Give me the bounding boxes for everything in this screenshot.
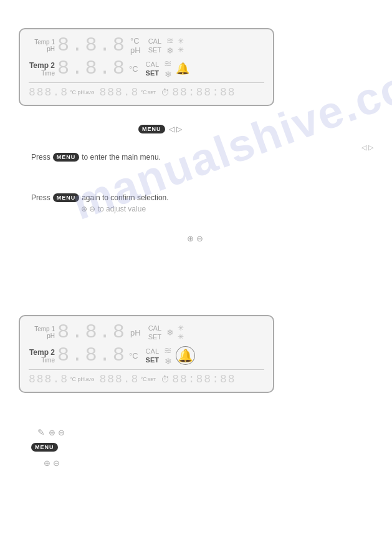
bottom-menu-row: MENU <box>31 443 58 452</box>
bottom-time-seg: 88:88:88 <box>172 373 236 385</box>
bottom-fan2-1: ✳ <box>178 332 184 341</box>
bottom-cal-set-col1: CAL SET <box>146 324 161 342</box>
bottom-avg-subscript: AVG <box>85 377 94 382</box>
temp2-unit: °C <box>129 64 138 74</box>
temp2-label: Temp 2 <box>29 61 55 70</box>
icons-col-2: ≋ ❄ <box>164 58 172 79</box>
clock-icon: ⏱ <box>161 87 170 97</box>
bottom-temp2-labels: Temp 2 Time <box>29 348 55 364</box>
top-display-panel: Temp 1 pH 8.8.8 °C pH CAL SET ≋ ❄ ✳ ✳ Te… <box>19 28 274 106</box>
enter-menu-text: to enter the main menu. <box>82 153 161 162</box>
bottom-temp2-unit: °C <box>129 351 138 361</box>
cpH-unit: °C pH <box>70 89 85 95</box>
panel-row-3: 888.8 °C pH AVG 888.8 °C SET ⏱ 88:88:88 <box>29 86 264 99</box>
fan2-icon-1: ✳ <box>178 46 184 54</box>
bell-icon-2: 🔔 <box>176 346 195 365</box>
c-unit2: °C <box>140 89 146 95</box>
bottom-display-panel: Temp 1 pH 8.8.8 pH CAL SET ❄ ✳ ✳ Temp 2 … <box>19 315 274 393</box>
bottom-fan-1: ✳ <box>178 324 184 332</box>
bottom-icons-col-2: ≋ ❄ <box>164 345 172 366</box>
bottom-cal-1: CAL <box>148 324 161 332</box>
bottom-set-1: SET <box>148 332 161 341</box>
time-seg: 88:88:88 <box>172 86 236 99</box>
panel-row-2: Temp 2 Time 8.8.8 °C CAL SET ≋ ❄ 🔔 <box>29 58 264 79</box>
menu-button-4[interactable]: MENU <box>31 443 58 452</box>
bottom-snowflake-2: ❄ <box>165 356 172 366</box>
temp2-seg-display: 8.8.8 <box>57 59 127 79</box>
bottom-cal-set-col2: CAL SET <box>143 347 159 365</box>
bottom-heat-2: ≋ <box>164 345 172 356</box>
bottom-extra-row: ✎ ⊕ ⊖ <box>37 427 65 437</box>
bottom-panel-row-1: Temp 1 pH 8.8.8 pH CAL SET ❄ ✳ ✳ <box>29 322 264 342</box>
menu-row-1: MENU ◁ ▷ <box>138 125 182 133</box>
right-arrows-top: ◁ ▷ <box>361 143 373 152</box>
bottom-set-2: SET <box>146 356 159 364</box>
instruction-block-2: Press MENU again to confirm selection. ⊕… <box>31 193 169 213</box>
menu-button-1[interactable]: MENU <box>138 125 165 133</box>
bottom-temp2-label: Temp 2 <box>29 348 55 357</box>
bottom-temp1-seg: 8.8.8 <box>57 322 127 342</box>
press-text-2: Press <box>31 193 50 202</box>
bottom-temp1-label: Temp 1 <box>29 326 55 332</box>
bottom-icons-col-2b: 🔔 <box>176 346 195 365</box>
fan-icon-1: ✳ <box>178 37 184 46</box>
bottom-panel-row-2: Temp 2 Time 8.8.8 °C CAL SET ≋ ❄ 🔔 <box>29 345 264 366</box>
panel-divider-bottom <box>29 369 264 370</box>
panel-row-1: Temp 1 pH 8.8.8 °C pH CAL SET ≋ ❄ ✳ ✳ <box>29 36 264 56</box>
temp1-units-col: °C pH <box>129 36 141 55</box>
menu-button-2[interactable]: MENU <box>53 153 80 162</box>
ph-unit: pH <box>130 46 141 55</box>
ph-label: pH <box>29 46 55 52</box>
bottom-clock-icon: ⏱ <box>161 374 170 384</box>
menu-button-3[interactable]: MENU <box>53 193 80 202</box>
time-label: Time <box>29 70 55 77</box>
snowflake-icon-1: ❄ <box>166 46 174 56</box>
icons-col-1: ≋ ❄ <box>166 36 174 56</box>
temp1-label: Temp 1 <box>29 39 55 46</box>
bottom-temp2-seg: 8.8.8 <box>57 346 127 366</box>
icons-col-2b: 🔔 <box>176 62 189 75</box>
bottom-icons-col-1: ❄ <box>166 327 174 337</box>
bottom-cpH-unit: °C pH <box>70 376 85 382</box>
bottom-snowflake-1: ❄ <box>166 327 174 337</box>
cal-label-2: CAL <box>146 60 159 69</box>
icons-col-1b: ✳ ✳ <box>178 37 184 54</box>
bottom-cal-2: CAL <box>146 347 159 356</box>
bottom-temp1-ph-labels: Temp 1 pH <box>29 326 55 339</box>
press-text-1: Press <box>31 153 50 162</box>
instruction-line-2: Press MENU again to confirm selection. <box>31 193 169 202</box>
bottom-panel-row-3: 888.8 °C pH AVG 888.8 °C SET ⏱ 88:88:88 <box>29 373 264 385</box>
instruction-line-1: Press MENU to enter the main menu. <box>31 153 161 162</box>
set-label-1: SET <box>148 46 161 54</box>
bottom-set-subscript: SET <box>148 377 156 382</box>
temp1-ph-labels: Temp 1 pH <box>29 39 55 52</box>
instruction-block-1: Press MENU to enter the main menu. <box>31 153 161 162</box>
bottom-icons-col-1b: ✳ ✳ <box>178 324 184 341</box>
bottom-final-arrows: ⊕ ⊖ <box>44 458 60 468</box>
plus-minus-icons: ⊕ ⊖ to adjust value <box>81 205 169 213</box>
bottom-time-label: Time <box>29 357 55 364</box>
set-label-2: SET <box>146 69 159 77</box>
middle-icons: ⊕ ⊖ <box>187 234 203 243</box>
temp1-seg-display: 8.8.8 <box>57 36 127 56</box>
temp1-unit: °C <box>130 36 141 46</box>
heat-icon-1: ≋ <box>166 36 174 46</box>
bottom-plus-minus: ⊕ ⊖ <box>49 428 65 437</box>
pencil-icon: ✎ <box>37 427 45 437</box>
cal-label-1: CAL <box>148 37 161 46</box>
temp2-labels: Temp 2 Time <box>29 61 55 77</box>
set-subscript: SET <box>148 90 156 95</box>
snowflake-icon-2: ❄ <box>165 69 172 79</box>
confirm-text: again to confirm selection. <box>82 193 168 202</box>
bottom-avg-seg: 888.8 <box>29 373 69 385</box>
avg-subscript: AVG <box>85 90 94 95</box>
bottom-set-seg: 888.8 <box>99 373 139 385</box>
bottom-c-unit2: °C <box>140 376 146 382</box>
heat-icon-2: ≋ <box>164 58 172 69</box>
avg-seg: 888.8 <box>29 86 69 99</box>
arrow-text-1: ◁ ▷ <box>169 125 182 133</box>
bell-icon-1: 🔔 <box>176 62 189 75</box>
bottom-units-col1: pH <box>129 328 141 337</box>
set-seg: 888.8 <box>99 86 139 99</box>
bottom-ph-label: pH <box>29 332 55 339</box>
